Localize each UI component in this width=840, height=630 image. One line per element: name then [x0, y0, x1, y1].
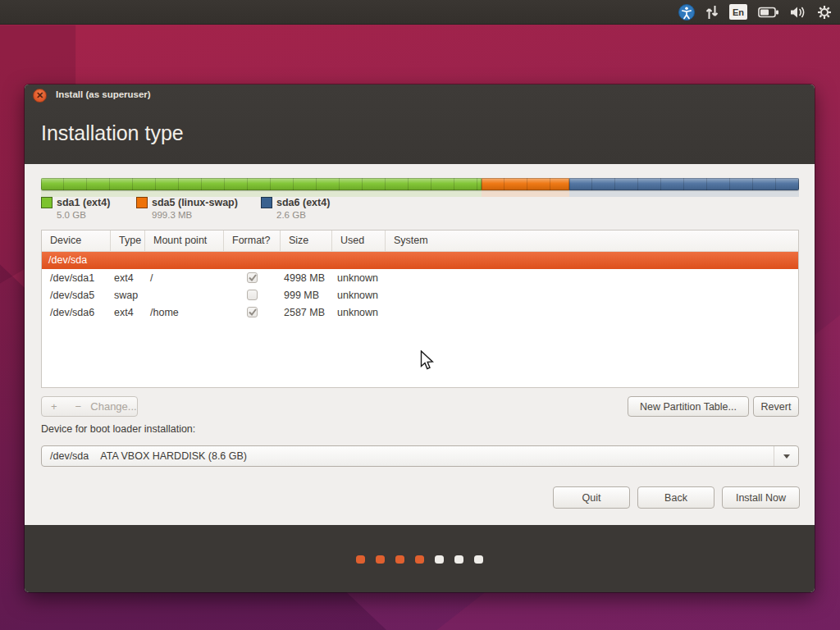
- add-partition-button[interactable]: +: [42, 397, 66, 416]
- change-partition-button[interactable]: Change...: [90, 397, 137, 416]
- bootloader-device-description: ATA VBOX HARDDISK (8.6 GB): [100, 450, 247, 462]
- keyboard-layout-indicator[interactable]: En: [729, 4, 747, 20]
- cell-mount-point: /: [145, 272, 224, 284]
- progress-dot-2: [376, 555, 385, 564]
- progress-dots: [25, 555, 815, 564]
- cell-type: ext4: [111, 307, 145, 318]
- cell-size: 2587 MB: [281, 307, 332, 318]
- progress-dot-6: [454, 555, 463, 564]
- revert-button[interactable]: Revert: [753, 396, 799, 417]
- legend-item: sda5 (linux-swap)999.3 MB: [136, 197, 261, 220]
- volume-icon[interactable]: [790, 6, 806, 19]
- format-checkbox[interactable]: [247, 307, 258, 317]
- table-row-disk[interactable]: /dev/sda: [42, 252, 798, 269]
- window-footer: [25, 525, 815, 592]
- progress-dot-3: [395, 555, 404, 564]
- legend-size: 999.3 MB: [152, 210, 261, 220]
- top-panel: En: [0, 0, 840, 25]
- column-header-system[interactable]: System: [386, 231, 798, 252]
- progress-dot-7: [474, 555, 483, 564]
- cell-mount-point: /home: [145, 307, 224, 318]
- column-header-format-[interactable]: Format?: [224, 231, 281, 252]
- table-row-sda1[interactable]: /dev/sda1ext4/4998 MBunknown: [42, 269, 798, 286]
- cell-size: 4998 MB: [281, 272, 332, 284]
- cell-type: swap: [111, 290, 145, 301]
- disk-usage-bar: [41, 178, 799, 190]
- progress-dot-5: [435, 555, 444, 564]
- disk-usage-bar-reflection: [41, 190, 799, 197]
- cell-format: [224, 290, 281, 300]
- disk-segment-sda6: [569, 190, 799, 197]
- new-partition-table-button[interactable]: New Partition Table...: [628, 396, 749, 417]
- cell-device: /dev/sda5: [42, 290, 111, 301]
- back-button[interactable]: Back: [637, 486, 714, 509]
- bootloader-device-select[interactable]: /dev/sda ATA VBOX HARDDISK (8.6 GB): [41, 445, 799, 467]
- quit-button[interactable]: Quit: [553, 486, 630, 509]
- partition-table-header: DeviceTypeMount pointFormat?SizeUsedSyst…: [42, 231, 798, 252]
- partition-table-body: /dev/sda1ext4/4998 MBunknown/dev/sda5swa…: [42, 269, 798, 321]
- legend-swatch: [261, 197, 272, 208]
- battery-icon[interactable]: [758, 7, 779, 18]
- accessibility-icon[interactable]: [678, 4, 695, 21]
- dropdown-arrow-zone[interactable]: [774, 446, 798, 466]
- disk-segment-sda6: [569, 178, 799, 190]
- cell-used: unknown: [332, 307, 386, 318]
- cell-format: [224, 307, 281, 317]
- cell-used: unknown: [332, 272, 386, 284]
- column-header-used[interactable]: Used: [332, 231, 386, 252]
- remove-partition-button[interactable]: −: [66, 397, 89, 416]
- close-button[interactable]: ✕: [33, 89, 47, 103]
- partition-edit-group: + − Change...: [41, 396, 138, 417]
- window-header: ✕ Install (as superuser) Installation ty…: [25, 84, 815, 164]
- format-checkbox[interactable]: [247, 290, 258, 300]
- disk-segment-sda5: [482, 178, 569, 190]
- disk-segment-sda5: [482, 190, 569, 197]
- install-now-button[interactable]: Install Now: [722, 486, 800, 509]
- bootloader-device: /dev/sda: [50, 450, 89, 462]
- legend-size: 5.0 GB: [57, 210, 136, 220]
- progress-dot-1: [356, 555, 365, 564]
- column-header-size[interactable]: Size: [281, 231, 332, 252]
- legend-label: sda6 (ext4): [276, 197, 330, 208]
- session-gear-icon[interactable]: [817, 5, 832, 20]
- table-row-sda5[interactable]: /dev/sda5swap999 MBunknown: [42, 286, 798, 304]
- installer-window: ✕ Install (as superuser) Installation ty…: [25, 84, 815, 592]
- partition-table: DeviceTypeMount pointFormat?SizeUsedSyst…: [41, 230, 799, 388]
- bootloader-label: Device for boot loader installation:: [41, 423, 195, 435]
- cell-format: [224, 272, 281, 283]
- table-row-sda6[interactable]: /dev/sda6ext4/home2587 MBunknown: [42, 304, 798, 321]
- progress-dot-4: [415, 555, 424, 564]
- format-checkbox[interactable]: [247, 272, 258, 283]
- legend-label: sda5 (linux-swap): [152, 197, 238, 208]
- cell-type: ext4: [111, 272, 145, 284]
- cell-used: unknown: [332, 290, 386, 301]
- legend-swatch: [41, 197, 52, 208]
- legend-label: sda1 (ext4): [57, 197, 110, 208]
- legend-item: sda1 (ext4)5.0 GB: [41, 197, 136, 220]
- disk-segment-sda1: [41, 178, 482, 190]
- column-header-device[interactable]: Device: [42, 231, 111, 252]
- disk-segment-sda1: [41, 190, 482, 197]
- cell-device: /dev/sda1: [42, 272, 111, 284]
- legend-item: sda6 (ext4)2.6 GB: [261, 197, 359, 220]
- cell-device: /dev/sda6: [42, 307, 111, 318]
- cell-size: 999 MB: [281, 290, 332, 301]
- legend-size: 2.6 GB: [276, 210, 359, 220]
- column-header-type[interactable]: Type: [111, 231, 145, 252]
- page-title: Installation type: [41, 121, 184, 145]
- network-arrows-icon[interactable]: [705, 5, 719, 20]
- window-title: Install (as superuser): [56, 89, 151, 99]
- chevron-down-icon: [783, 454, 790, 459]
- partition-legend: sda1 (ext4)5.0 GBsda5 (linux-swap)999.3 …: [41, 197, 359, 220]
- column-header-mount-point[interactable]: Mount point: [145, 231, 224, 252]
- legend-swatch: [136, 197, 148, 208]
